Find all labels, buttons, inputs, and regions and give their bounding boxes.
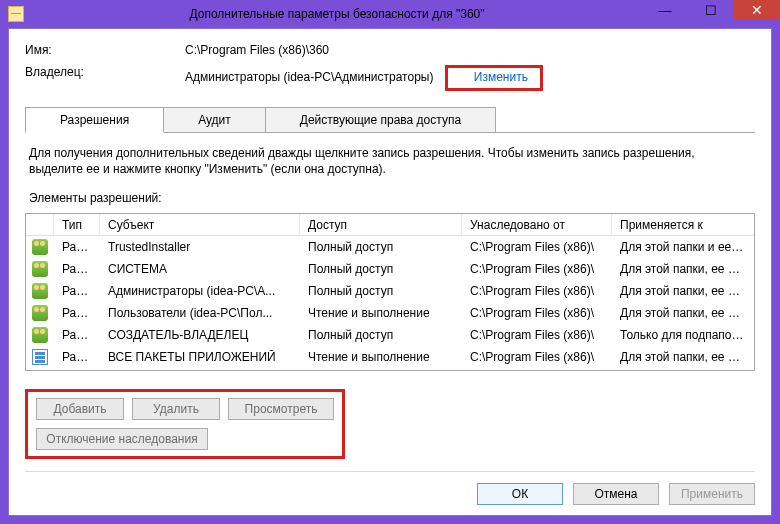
cell-applies: Для этой папки, ее подпапок ... xyxy=(612,350,754,364)
list-row[interactable]: Разр...Пользователи (idea-PC\Пол...Чтени… xyxy=(26,302,754,324)
cell-type: Разр... xyxy=(54,306,100,320)
close-button[interactable]: ✕ xyxy=(734,0,780,20)
cell-subject: Администраторы (idea-PC\А... xyxy=(100,284,300,298)
cell-inherited: C:\Program Files (x86)\ xyxy=(462,306,612,320)
change-highlight: Изменить xyxy=(445,65,543,91)
tab-effective[interactable]: Действующие права доступа xyxy=(265,107,496,133)
cell-subject: СОЗДАТЕЛЬ-ВЛАДЕЛЕЦ xyxy=(100,328,300,342)
cell-subject: СИСТЕМА xyxy=(100,262,300,276)
owner-value: Администраторы (idea-PC\Администраторы) … xyxy=(185,65,543,91)
minimize-button[interactable]: — xyxy=(642,0,688,20)
cell-subject: TrustedInstaller xyxy=(100,240,300,254)
name-value: C:\Program Files (x86)\360 xyxy=(185,43,329,57)
ok-button[interactable]: ОК xyxy=(477,483,563,505)
users-icon xyxy=(32,261,48,277)
dialog-footer: ОК Отмена Применить xyxy=(25,473,755,505)
cell-type: Разр... xyxy=(54,350,100,364)
cell-inherited: C:\Program Files (x86)\ xyxy=(462,262,612,276)
cell-access: Чтение и выполнение xyxy=(300,350,462,364)
action-buttons: Добавить Удалить Просмотреть Отключение … xyxy=(25,389,755,459)
users-icon xyxy=(32,327,48,343)
security-dialog: Дополнительные параметры безопасности дл… xyxy=(0,0,780,524)
window-title: Дополнительные параметры безопасности дл… xyxy=(32,7,642,21)
tab-audit[interactable]: Аудит xyxy=(163,107,266,133)
cell-subject: ВСЕ ПАКЕТЫ ПРИЛОЖЕНИЙ xyxy=(100,350,300,364)
list-header: Тип Субъект Доступ Унаследовано от Приме… xyxy=(26,214,754,236)
cell-type: Разр... xyxy=(54,328,100,342)
tab-permissions[interactable]: Разрешения xyxy=(25,107,164,133)
col-type[interactable]: Тип xyxy=(54,214,100,235)
cell-access: Чтение и выполнение xyxy=(300,306,462,320)
cell-applies: Для этой папки, ее подпапок ... xyxy=(612,284,754,298)
list-row[interactable]: Разр...СИСТЕМАПолный доступC:\Program Fi… xyxy=(26,258,754,280)
list-row[interactable]: Разр...Администраторы (idea-PC\А...Полны… xyxy=(26,280,754,302)
cell-subject: Пользователи (idea-PC\Пол... xyxy=(100,306,300,320)
cell-applies: Только для подпапок и файл... xyxy=(612,328,754,342)
col-icon[interactable] xyxy=(26,214,54,235)
list-row[interactable]: Разр...ВСЕ ПАКЕТЫ ПРИЛОЖЕНИЙЧтение и вып… xyxy=(26,346,754,368)
maximize-button[interactable]: ☐ xyxy=(688,0,734,20)
col-inherited[interactable]: Унаследовано от xyxy=(462,214,612,235)
titlebar: Дополнительные параметры безопасности дл… xyxy=(0,0,780,28)
cancel-button[interactable]: Отмена xyxy=(573,483,659,505)
description-text: Для получения дополнительных сведений дв… xyxy=(29,145,751,177)
users-icon xyxy=(32,283,48,299)
owner-row: Владелец: Администраторы (idea-PC\Админи… xyxy=(25,65,755,91)
cell-inherited: C:\Program Files (x86)\ xyxy=(462,350,612,364)
cell-applies: Для этой папки, ее подпапок ... xyxy=(612,306,754,320)
view-button[interactable]: Просмотреть xyxy=(228,398,334,420)
cell-applies: Для этой папки, ее подпапок ... xyxy=(612,262,754,276)
permissions-list[interactable]: Тип Субъект Доступ Унаследовано от Приме… xyxy=(25,213,755,371)
col-applies[interactable]: Применяется к xyxy=(612,214,754,235)
change-owner-link[interactable]: Изменить xyxy=(470,69,532,85)
list-row[interactable]: Разр...СОЗДАТЕЛЬ-ВЛАДЕЛЕЦПолный доступC:… xyxy=(26,324,754,346)
cell-access: Полный доступ xyxy=(300,328,462,342)
name-label: Имя: xyxy=(25,43,185,57)
cell-type: Разр... xyxy=(54,284,100,298)
window-controls: — ☐ ✕ xyxy=(642,0,780,28)
add-button[interactable]: Добавить xyxy=(36,398,124,420)
cell-inherited: C:\Program Files (x86)\ xyxy=(462,240,612,254)
apply-button[interactable]: Применить xyxy=(669,483,755,505)
cell-inherited: C:\Program Files (x86)\ xyxy=(462,328,612,342)
cell-applies: Для этой папки и ее подпапок xyxy=(612,240,754,254)
cell-inherited: C:\Program Files (x86)\ xyxy=(462,284,612,298)
list-label: Элементы разрешений: xyxy=(29,191,751,205)
action-highlight: Добавить Удалить Просмотреть Отключение … xyxy=(25,389,345,459)
cell-type: Разр... xyxy=(54,240,100,254)
list-row[interactable]: Разр...TrustedInstallerПолный доступC:\P… xyxy=(26,236,754,258)
folder-icon xyxy=(8,6,24,22)
users-icon xyxy=(32,239,48,255)
list-body: Разр...TrustedInstallerПолный доступC:\P… xyxy=(26,236,754,368)
package-icon xyxy=(32,349,48,365)
remove-button[interactable]: Удалить xyxy=(132,398,220,420)
cell-access: Полный доступ xyxy=(300,240,462,254)
name-row: Имя: C:\Program Files (x86)\360 xyxy=(25,43,755,57)
cell-access: Полный доступ xyxy=(300,262,462,276)
cell-type: Разр... xyxy=(54,262,100,276)
col-subject[interactable]: Субъект xyxy=(100,214,300,235)
users-icon xyxy=(32,305,48,321)
owner-text: Администраторы (idea-PC\Администраторы) xyxy=(185,70,433,84)
disable-inheritance-button[interactable]: Отключение наследования xyxy=(36,428,208,450)
cell-access: Полный доступ xyxy=(300,284,462,298)
client-area: Имя: C:\Program Files (x86)\360 Владелец… xyxy=(8,28,772,516)
col-access[interactable]: Доступ xyxy=(300,214,462,235)
tabs: Разрешения Аудит Действующие права досту… xyxy=(25,107,755,133)
owner-label: Владелец: xyxy=(25,65,185,91)
